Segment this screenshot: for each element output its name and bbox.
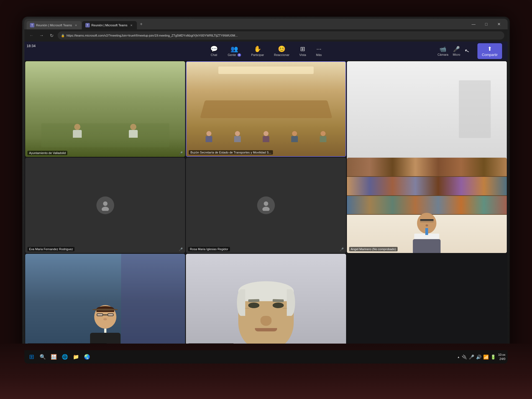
- back-button[interactable]: ←: [28, 32, 35, 39]
- toolbar-participate[interactable]: ✋ Participar: [246, 44, 269, 58]
- mic-badge-valladolid: 🎤: [179, 151, 183, 155]
- teams-toolbar: 💬 Chat 👥 Gente 8 ✋ Participar: [24, 42, 508, 60]
- browser-window: T Reunión | Microsoft Teams ✕ T Reunión …: [24, 19, 508, 350]
- more-label: Más: [316, 53, 322, 57]
- address-bar[interactable]: 🔒 https://teams.microsoft.com/v2/?meetin…: [58, 31, 504, 40]
- browser-tab-2[interactable]: T Reunión | Microsoft Teams ✕: [82, 21, 137, 29]
- react-label: Reaccionar: [274, 53, 290, 57]
- participate-label: Participar: [251, 53, 264, 57]
- lock-icon: 🔒: [61, 34, 65, 37]
- forward-button[interactable]: →: [38, 32, 45, 39]
- close-button[interactable]: ✕: [493, 20, 505, 29]
- meeting-area: 18:34: [24, 60, 508, 350]
- browser-navbar: ← → ↻ 🔒 https://teams.microsoft.com/v2/?…: [24, 29, 508, 42]
- chat-label: Chat: [211, 53, 217, 57]
- chat-icon: 💬: [210, 45, 218, 53]
- react-icon: 😊: [278, 45, 285, 53]
- new-tab-button[interactable]: +: [137, 20, 145, 28]
- browser-titlebar: T Reunión | Microsoft Teams ✕ T Reunión …: [24, 19, 508, 29]
- camera-icon: 📹: [439, 46, 446, 52]
- share-label: Compartir: [482, 53, 498, 57]
- view-icon: ⊞: [300, 45, 305, 53]
- video-tile-antonio[interactable]: Antonio Gato (No comprobado): [186, 254, 346, 349]
- toolbar-more[interactable]: ··· Más: [311, 44, 327, 58]
- tray-up-arrow[interactable]: ▲: [457, 355, 460, 359]
- toolbar-chat[interactable]: 💬 Chat: [205, 44, 223, 58]
- tab-label-1: Reunión | Microsoft Teams: [36, 24, 72, 27]
- toolbar-micro[interactable]: 🎤 Micro: [453, 46, 460, 56]
- micro-icon: 🎤: [453, 46, 460, 52]
- clock-time: 10:xx: [498, 353, 505, 357]
- participate-icon: ✋: [254, 45, 261, 53]
- system-tray: ▲ 🔌 🎤 🔊 📶 🔋: [457, 354, 496, 360]
- participant-name-valladolid: Ayuntamiento de Valladolid: [27, 151, 67, 155]
- participant-name-secretaria: Buzón Secretaría de Estado de Transporte…: [189, 150, 273, 155]
- refresh-button[interactable]: ↻: [48, 32, 55, 39]
- participant-name-eva: Eva Maria Fernandez Rodriguez: [27, 247, 75, 251]
- minimize-button[interactable]: —: [467, 20, 480, 29]
- toolbar-react[interactable]: 😊 Reaccionar: [269, 44, 295, 58]
- tray-sound-icon: 🔊: [476, 354, 482, 360]
- taskview-button[interactable]: 🪟: [49, 352, 59, 362]
- browser-content: 💬 Chat 👥 Gente 8 ✋ Participar: [24, 42, 508, 350]
- explorer-button[interactable]: 📁: [71, 352, 81, 362]
- svg-point-1: [102, 207, 109, 211]
- video-tile-rosa[interactable]: Rosa Maria Iglesias Regidor 🎤: [186, 158, 346, 253]
- toolbar-people[interactable]: 👥 Gente 8: [223, 44, 246, 58]
- mic-badge-eva: 🎤: [179, 247, 183, 251]
- teams-favicon-2: T: [85, 23, 90, 27]
- tab-close-1[interactable]: ✕: [74, 23, 78, 27]
- camera-label: Cámara: [438, 53, 448, 56]
- titlebar-controls: — □ ✕: [467, 20, 505, 29]
- teams-favicon-1: T: [30, 23, 34, 27]
- url-text: https://teams.microsoft.com/v2/?meetingJ…: [66, 34, 501, 37]
- tray-wifi-icon: 📶: [483, 354, 489, 360]
- people-icon: 👥: [231, 45, 238, 53]
- mic-badge-rosa: 🎤: [340, 247, 344, 251]
- svg-point-3: [262, 207, 270, 211]
- avatar-rosa: [257, 196, 275, 214]
- tray-mic-icon: 🎤: [469, 354, 474, 360]
- edge-button[interactable]: 🌐: [60, 352, 70, 362]
- chrome-button[interactable]: 🌏: [82, 352, 92, 362]
- video-tile-eva[interactable]: Eva Maria Fernandez Rodriguez 🎤: [25, 158, 185, 253]
- video-tile-secretaria[interactable]: Buzón Secretaría de Estado de Transporte…: [186, 61, 346, 157]
- svg-point-0: [103, 201, 108, 206]
- video-tile-valladolid[interactable]: Ayuntamiento de Valladolid 🎤: [25, 61, 185, 157]
- view-label: Vista: [299, 53, 306, 57]
- participant-name-angel: Angel Marinero (No comprobado): [349, 247, 398, 251]
- system-clock[interactable]: 10:xx 24/0: [498, 353, 505, 361]
- share-button[interactable]: ⬆ Compartir: [477, 43, 502, 59]
- more-icon: ···: [316, 45, 321, 53]
- toolbar-right: 📹 Cámara 🎤 Micro ↖ ⬆ Co: [438, 43, 502, 59]
- video-tile-silvia[interactable]: SILVIA MARIA GUTIERREZ SANCHO (No compro…: [25, 254, 185, 349]
- maximize-button[interactable]: □: [480, 20, 493, 29]
- toolbar-camera[interactable]: 📹 Cámara: [438, 46, 448, 56]
- clock-date: 24/0: [498, 357, 505, 361]
- monitor-screen: T Reunión | Microsoft Teams ✕ T Reunión …: [24, 19, 508, 364]
- tray-battery-icon: 🔋: [490, 354, 496, 360]
- tray-network-icon: 🔌: [462, 354, 467, 360]
- micro-label: Micro: [453, 53, 460, 56]
- participant-name-rosa: Rosa Maria Iglesias Regidor: [188, 247, 230, 251]
- taskbar-right-area: ▲ 🔌 🎤 🔊 📶 🔋 10:xx 24/0: [457, 353, 505, 361]
- search-button[interactable]: 🔍: [38, 352, 48, 362]
- monitor: T Reunión | Microsoft Teams ✕ T Reunión …: [22, 17, 510, 366]
- svg-point-2: [264, 201, 268, 206]
- windows-start-button[interactable]: ⊞: [27, 352, 37, 362]
- mouse-cursor-icon: ↖: [464, 46, 474, 55]
- browser-tab-1[interactable]: T Reunión | Microsoft Teams ✕: [27, 21, 81, 29]
- windows-taskbar: ⊞ 🔍 🪟 🌐 📁 🌏 ▲ 🔌 🎤 🔊 📶 🔋 10:xx 24/0: [24, 350, 508, 364]
- share-icon: ⬆: [487, 45, 492, 52]
- tab-label-2: Reunión | Microsoft Teams: [91, 24, 127, 27]
- people-label: Gente 8: [228, 53, 241, 57]
- tab-close-2[interactable]: ✕: [129, 23, 134, 27]
- cursor-area: ↖: [465, 47, 473, 55]
- avatar-eva: [96, 196, 114, 214]
- toolbar-view[interactable]: ⊞ Vista: [294, 44, 311, 58]
- video-tile-angel[interactable]: Angel Marinero (No comprobado): [347, 158, 507, 253]
